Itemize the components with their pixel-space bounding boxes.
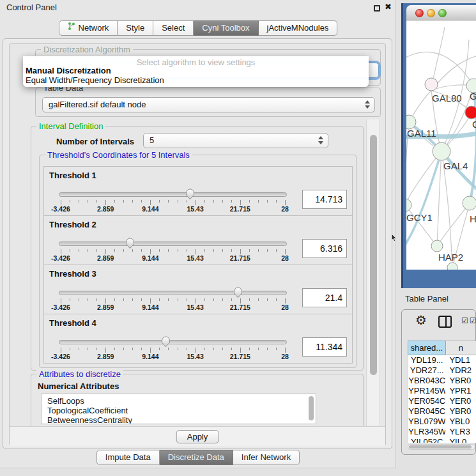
tick: [105, 249, 106, 254]
tick: [96, 249, 97, 252]
thresholds-group: Threshold's Coordinates for 5 Intervals …: [39, 155, 357, 368]
table-data-combobox[interactable]: galFiltered.sif default node: [42, 97, 375, 112]
minimize-traffic-light-icon[interactable]: [427, 9, 435, 17]
gear-icon[interactable]: ⚙: [415, 312, 427, 328]
list-scrollbar[interactable]: [309, 396, 314, 420]
tick-label: 21.715: [230, 353, 250, 360]
table-row[interactable]: YER054CYER0: [408, 396, 476, 406]
tick-label: -3.426: [51, 205, 70, 213]
numerical-attributes-list[interactable]: SelfLoopsTopologicalCoefficientBetweenne…: [41, 394, 316, 424]
cell-name: YBR0: [445, 376, 476, 386]
table-row[interactable]: YBR043CYBR0: [408, 376, 476, 386]
tick: [96, 348, 97, 350]
tab-select[interactable]: Select: [153, 20, 194, 36]
tick: [285, 200, 286, 205]
network-node[interactable]: [447, 263, 457, 270]
tick: [132, 298, 133, 301]
float-window-icon[interactable]: [374, 5, 380, 12]
bottom-tab-bar: Impute DataDiscretize DataInfer Network: [0, 450, 396, 465]
slider-track[interactable]: [59, 242, 287, 246]
popup-option[interactable]: Equal Width/Frequency Discretization: [23, 75, 369, 85]
network-node[interactable]: [425, 78, 438, 91]
table-row[interactable]: YBL079WYBL0: [408, 417, 476, 427]
threshold-value-field[interactable]: 11.344: [302, 337, 347, 357]
table-row[interactable]: YIL052CYIL0: [408, 437, 476, 443]
attribute-item[interactable]: BetweennessCentrality: [42, 415, 316, 424]
network-node[interactable]: [431, 240, 443, 252]
table-row[interactable]: YBR045CYBR0: [408, 406, 476, 417]
slider-tick-labels: -3.4262.8599.14415.4321.71528: [61, 254, 285, 262]
tab-network[interactable]: Network: [59, 20, 118, 36]
tab-cyni-toolbox[interactable]: Cyni Toolbox: [194, 20, 258, 36]
popup-option[interactable]: Manual Discretization: [23, 66, 369, 75]
threshold-label: Threshold 3: [49, 269, 96, 279]
tab-impute-data[interactable]: Impute Data: [96, 450, 160, 465]
network-node[interactable]: [406, 199, 411, 211]
tick: [249, 348, 250, 350]
slider-track[interactable]: [59, 340, 287, 344]
tick: [168, 200, 169, 203]
num-intervals-combobox[interactable]: 5: [143, 133, 328, 148]
tick: [159, 348, 160, 350]
network-canvas[interactable]: GAL80GACGAL11GAL4GCY1HHAP2: [406, 20, 476, 270]
table-row[interactable]: YDR27...YDR2: [408, 365, 476, 376]
node-label: GAL80: [432, 93, 462, 104]
cell-shared-name: YDL19...: [408, 355, 445, 365]
tab-discretize-data[interactable]: Discretize Data: [160, 450, 233, 465]
tab-infer-network[interactable]: Infer Network: [233, 450, 300, 465]
tick: [123, 249, 124, 252]
threshold-value-field[interactable]: 6.316: [302, 239, 347, 258]
table-row[interactable]: YDL19...YDL1: [408, 355, 476, 365]
tick: [258, 200, 259, 203]
tick: [178, 249, 178, 252]
slider-thumb[interactable]: [161, 335, 171, 350]
close-icon[interactable]: ✖: [385, 2, 392, 12]
tab-label: Style: [126, 21, 144, 35]
cell-name: YBL0: [445, 417, 476, 427]
attribute-item[interactable]: TopologicalCoefficient: [42, 406, 316, 415]
slider-thumb[interactable]: [185, 188, 195, 203]
tab-jactivemnodules[interactable]: jActiveMNodules: [259, 20, 338, 36]
zoom-traffic-light-icon[interactable]: [438, 9, 447, 17]
slider-track[interactable]: [59, 291, 287, 295]
column-header-shared-name[interactable]: shared...: [408, 341, 446, 355]
table-row[interactable]: YLR345WYLR3: [408, 427, 476, 437]
tick: [79, 249, 79, 252]
select-columns-checkboxes-icon[interactable]: ☑☑: [461, 316, 476, 325]
column-header-name[interactable]: n: [446, 341, 476, 355]
threshold-value-field[interactable]: 14.713: [302, 190, 347, 209]
tick: [178, 298, 178, 301]
apply-button[interactable]: Apply: [176, 430, 219, 443]
settings-scrollbar-thumb[interactable]: [370, 135, 377, 375]
threshold-value-field[interactable]: 21.4: [302, 288, 347, 307]
tab-style[interactable]: Style: [118, 20, 153, 36]
columns-icon[interactable]: [438, 316, 452, 328]
slider-thumb[interactable]: [233, 286, 243, 301]
slider-thumb[interactable]: [125, 237, 135, 252]
tick: [240, 348, 241, 353]
table-row[interactable]: YPR145WYPR1: [408, 386, 476, 396]
tick-label: -3.426: [51, 303, 70, 311]
tick: [204, 298, 205, 301]
table-horizontal-scrollbar-thumb[interactable]: [409, 445, 472, 449]
tick: [187, 298, 187, 301]
slider-track[interactable]: [59, 192, 287, 197]
mouse-cursor: [391, 234, 397, 242]
network-node[interactable]: [465, 106, 476, 119]
tick-label: 2.859: [97, 353, 114, 360]
thresholds-group-title: Threshold's Coordinates for 5 Intervals: [45, 150, 192, 160]
numerical-attributes-label: Numerical Attributes: [38, 381, 119, 391]
table-data-value: galFiltered.sif default node: [49, 100, 146, 109]
table-panel-window: ⚙ ☑☑ shared... n YDL19...YDL1YDR27...YDR…: [401, 309, 476, 455]
settings-scrollbar[interactable]: [366, 119, 380, 426]
network-node[interactable]: [433, 142, 450, 160]
network-icon: [68, 21, 75, 35]
close-traffic-light-icon[interactable]: [415, 9, 424, 17]
cell-shared-name: YBL079W: [408, 417, 445, 427]
tab-label: Infer Network: [242, 450, 291, 464]
network-node[interactable]: [463, 196, 476, 210]
tick-label: 28: [281, 205, 289, 213]
table-horizontal-scrollbar[interactable]: [408, 444, 475, 450]
attribute-item[interactable]: SelfLoops: [42, 396, 316, 406]
tick: [222, 249, 223, 252]
